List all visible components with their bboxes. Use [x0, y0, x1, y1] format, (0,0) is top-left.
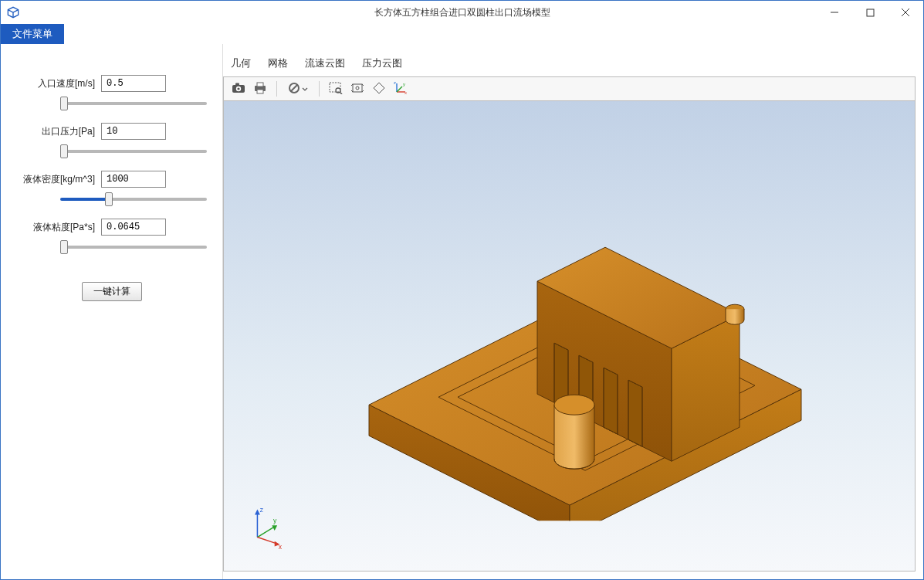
view-tabs: 几何 网格 流速云图 压力云图: [223, 52, 916, 76]
camera-button[interactable]: [228, 80, 249, 98]
svg-line-15: [340, 92, 342, 94]
svg-text:y: y: [403, 82, 405, 86]
sidebar: 入口速度[m/s] 出口压力[Pa] 液体密度[kg/m^3] 液体粘度[Pa*…: [1, 44, 223, 579]
calculate-button[interactable]: 一键计算: [82, 282, 142, 301]
cancel-icon: [288, 82, 300, 97]
viewport-3d[interactable]: z y x: [224, 101, 915, 571]
fluid-viscosity-input[interactable]: [101, 219, 166, 236]
axis-z-label: z: [260, 506, 263, 514]
fluid-density-slider[interactable]: [60, 198, 207, 201]
svg-text:x: x: [404, 90, 407, 95]
svg-marker-34: [604, 368, 618, 434]
outlet-pressure-slider[interactable]: [60, 150, 207, 153]
camera-icon: [232, 82, 245, 97]
fit-all-icon: [350, 82, 364, 97]
window-controls: [817, 1, 923, 24]
svg-marker-35: [628, 380, 642, 446]
svg-rect-16: [353, 84, 362, 92]
svg-point-17: [356, 86, 359, 90]
svg-point-7: [237, 87, 239, 90]
reset-view-icon: [372, 82, 386, 97]
tab-velocity-contour[interactable]: 流速云图: [303, 55, 347, 72]
inlet-velocity-slider[interactable]: [60, 102, 207, 105]
toolbar-separator: [319, 81, 320, 97]
zoom-box-icon: [329, 82, 343, 97]
svg-marker-42: [275, 541, 280, 547]
param-row-inlet-velocity: 入口速度[m/s]: [16, 75, 207, 92]
content-area: 几何 网格 流速云图 压力云图: [223, 44, 923, 579]
param-label: 入口速度[m/s]: [16, 77, 101, 90]
print-icon: [253, 82, 267, 97]
svg-rect-1: [867, 9, 874, 16]
axis-x-label: x: [279, 543, 283, 549]
fit-all-button[interactable]: [347, 80, 367, 98]
reset-view-button[interactable]: [369, 80, 389, 98]
axis-gizmo: z y x: [245, 503, 292, 549]
window-title: 长方体五方柱组合进口双圆柱出口流场模型: [1, 6, 923, 19]
chevron-down-icon: [302, 83, 308, 94]
viewport-container: z y x: [223, 101, 916, 572]
toolbar-separator: [276, 81, 277, 97]
param-label: 液体粘度[Pa*s]: [16, 221, 101, 234]
title-bar: 长方体五方柱组合进口双圆柱出口流场模型: [1, 1, 923, 24]
tab-geometry[interactable]: 几何: [229, 55, 252, 72]
minimize-button[interactable]: [817, 1, 852, 24]
svg-line-41: [257, 538, 277, 544]
axis-y-label: y: [273, 517, 277, 524]
axis-toggle-button[interactable]: z y x: [391, 80, 411, 98]
param-row-outlet-pressure: 出口压力[Pa]: [16, 123, 207, 140]
svg-text:z: z: [394, 81, 396, 85]
param-label: 出口压力[Pa]: [16, 125, 101, 138]
cancel-dropdown[interactable]: [283, 80, 313, 98]
svg-rect-13: [330, 83, 340, 92]
tab-pressure-contour[interactable]: 压力云图: [360, 55, 404, 72]
tab-mesh[interactable]: 网格: [266, 55, 289, 72]
main-area: 入口速度[m/s] 出口压力[Pa] 液体密度[kg/m^3] 液体粘度[Pa*…: [1, 44, 923, 579]
app-icon: [5, 5, 21, 20]
param-label: 液体密度[kg/m^3]: [16, 173, 101, 186]
outlet-pressure-input[interactable]: [101, 123, 166, 140]
svg-line-20: [397, 86, 402, 92]
viewport-toolbar: z y x: [223, 76, 916, 101]
svg-marker-40: [272, 525, 277, 531]
svg-point-36: [554, 395, 594, 415]
print-button[interactable]: [250, 80, 270, 98]
svg-line-12: [291, 85, 297, 91]
zoom-box-button[interactable]: [326, 80, 346, 98]
axis-icon: z y x: [394, 81, 408, 97]
close-button[interactable]: [888, 1, 923, 24]
param-row-fluid-density: 液体密度[kg/m^3]: [16, 171, 207, 188]
menu-bar: 文件菜单: [1, 24, 923, 44]
fluid-density-input[interactable]: [101, 171, 166, 188]
svg-rect-5: [235, 83, 239, 85]
svg-line-39: [257, 527, 274, 538]
maximize-button[interactable]: [852, 1, 888, 24]
svg-rect-10: [257, 90, 263, 93]
inlet-velocity-input[interactable]: [101, 75, 166, 92]
svg-marker-38: [255, 510, 260, 515]
model-geometry: [323, 165, 817, 521]
file-menu-button[interactable]: 文件菜单: [1, 24, 64, 44]
svg-rect-9: [257, 83, 263, 86]
fluid-viscosity-slider[interactable]: [60, 246, 207, 249]
param-row-fluid-viscosity: 液体粘度[Pa*s]: [16, 219, 207, 236]
